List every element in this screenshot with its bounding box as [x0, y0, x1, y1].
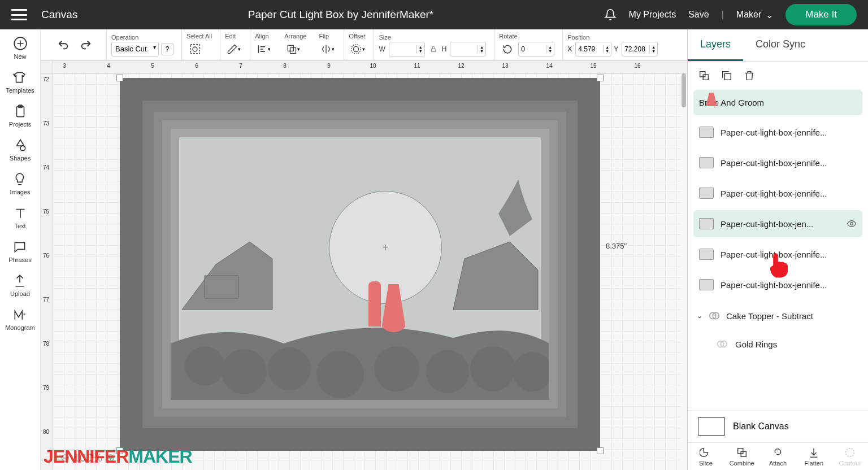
project-title: Paper Cut Light Box by JenniferMaker*	[77, 8, 604, 21]
footer-combine[interactable]: Combine	[724, 446, 760, 467]
sidebar-upload[interactable]: Upload	[10, 273, 30, 297]
svg-point-13	[268, 347, 311, 390]
layer-item[interactable]: Paper-cut-light-box-jennife...	[693, 149, 862, 176]
sidebar-shapes[interactable]: Shapes	[10, 138, 31, 162]
panel-tabs: Layers Color Sync	[688, 29, 868, 62]
sidebar-label: Projects	[9, 121, 32, 128]
machine-selector[interactable]: Maker ⌄	[736, 10, 773, 20]
align-label: Align	[255, 33, 268, 40]
select-all-button[interactable]	[186, 41, 203, 58]
undo-button[interactable]	[55, 37, 72, 54]
blank-canvas-row[interactable]: Blank Canvas	[688, 410, 868, 442]
offset-button[interactable]: ▾	[349, 41, 366, 58]
layer-name: Paper-cut-light-box-jennife...	[721, 158, 857, 168]
sidebar-label: Templates	[6, 87, 34, 94]
blank-thumb	[698, 417, 725, 436]
sidebar-monogram[interactable]: Monogram	[5, 307, 35, 331]
operation-group: Operation Basic Cut ?	[106, 29, 178, 60]
ruler-tick: 72	[43, 76, 49, 82]
operation-select[interactable]: Basic Cut	[111, 42, 159, 56]
x-label: X	[567, 45, 572, 53]
svg-point-17	[470, 346, 515, 391]
ruler-tick: 3	[63, 63, 66, 69]
trash-icon[interactable]	[743, 69, 756, 82]
machine-label: Maker	[736, 10, 761, 20]
height-input[interactable]: ▲▼	[450, 42, 486, 56]
h-label: H	[442, 45, 447, 53]
eye-icon[interactable]	[847, 219, 857, 229]
align-group: Align ▾	[250, 29, 276, 60]
duplicate-icon[interactable]	[721, 69, 733, 82]
canvas-area[interactable]: 345678910111213141516 727374757677787980…	[41, 61, 687, 470]
layer-group[interactable]: ⌄ Cake Topper - Subtract	[693, 302, 862, 330]
sidebar-label: Text	[14, 223, 25, 229]
vertical-scrollbar[interactable]	[682, 73, 686, 107]
width-input[interactable]: ▲▼	[389, 42, 425, 56]
flip-button[interactable]: ▾	[319, 41, 336, 58]
ruler-tick: 75	[43, 208, 49, 215]
arrange-button[interactable]: ▾	[284, 41, 301, 58]
y-input[interactable]: ▲▼	[622, 42, 658, 56]
tab-layers[interactable]: Layers	[688, 29, 743, 61]
svg-rect-10	[431, 49, 435, 51]
align-button[interactable]: ▾	[255, 41, 272, 58]
sidebar-text[interactable]: Text	[13, 206, 28, 229]
horizontal-ruler: 345678910111213141516	[53, 61, 687, 73]
ruler-tick: 11	[414, 63, 420, 69]
layer-item[interactable]: Bride And Groom	[693, 90, 862, 115]
tab-color-sync[interactable]: Color Sync	[743, 29, 818, 61]
bell-icon[interactable]	[604, 8, 617, 21]
rotate-button[interactable]	[499, 41, 516, 58]
select-all-label: Select All	[186, 33, 212, 40]
rotate-input[interactable]: ▲▼	[518, 42, 554, 56]
layer-name: Paper-cut-light-box-jennife...	[721, 280, 857, 290]
combine-icon	[736, 446, 748, 459]
help-button[interactable]: ?	[161, 43, 173, 55]
ruler-tick: 74	[43, 164, 49, 171]
ruler-tick: 79	[43, 385, 49, 391]
sidebar-label: New	[14, 53, 26, 60]
upload-icon	[12, 273, 27, 288]
layer-item[interactable]: Paper-cut-light-box-jen...	[693, 210, 862, 237]
sidebar-projects[interactable]: Projects	[9, 104, 32, 128]
svg-rect-20	[703, 75, 708, 80]
layer-name: Bride And Groom	[699, 98, 857, 107]
x-input[interactable]: ▲▼	[575, 42, 611, 56]
ruler-tick: 9	[327, 63, 331, 69]
ruler-tick: 5	[151, 63, 154, 69]
layer-item[interactable]: Paper-cut-light-box-jennife...	[693, 119, 862, 146]
ruler-tick: 80	[43, 429, 49, 435]
save-link[interactable]: Save	[688, 10, 709, 20]
lock-icon[interactable]	[429, 45, 437, 53]
my-projects-link[interactable]: My Projects	[629, 10, 676, 20]
artwork-selection[interactable]: +	[120, 78, 600, 451]
menu-icon[interactable]	[11, 9, 27, 20]
sidebar-phrases[interactable]: Phrases	[8, 240, 31, 263]
contour-icon	[844, 446, 856, 459]
footer-label: Attach	[769, 460, 787, 467]
pointer-cursor-icon	[763, 249, 795, 280]
footer-slice[interactable]: Slice	[688, 446, 724, 467]
layer-name: Paper-cut-light-box-jennife...	[721, 189, 857, 198]
footer-attach[interactable]: Attach	[760, 446, 796, 467]
layer-item-child[interactable]: Gold Rings	[693, 330, 862, 358]
redo-button[interactable]	[77, 37, 94, 54]
layer-thumb	[699, 249, 714, 260]
footer-flatten[interactable]: Flatten	[796, 446, 832, 467]
flip-label: Flip	[319, 33, 329, 40]
plus-circle-icon	[13, 36, 28, 51]
tshirt-icon	[12, 70, 27, 85]
sidebar-templates[interactable]: Templates	[6, 70, 34, 94]
group-icon[interactable]	[698, 69, 710, 82]
vertical-ruler: 727374757677787980	[41, 73, 53, 470]
make-it-button[interactable]: Make It	[785, 4, 857, 25]
svg-point-15	[374, 346, 419, 391]
sidebar-new[interactable]: New	[13, 36, 28, 60]
ruler-tick: 8	[283, 63, 287, 69]
arrange-group: Arrange ▾	[280, 29, 311, 60]
layer-thumb	[699, 279, 714, 290]
layer-item[interactable]: Paper-cut-light-box-jennife...	[693, 180, 862, 207]
edit-button[interactable]: ▾	[225, 41, 242, 58]
sidebar-images[interactable]: Images	[10, 172, 30, 195]
footer-label: Contour	[839, 460, 861, 467]
